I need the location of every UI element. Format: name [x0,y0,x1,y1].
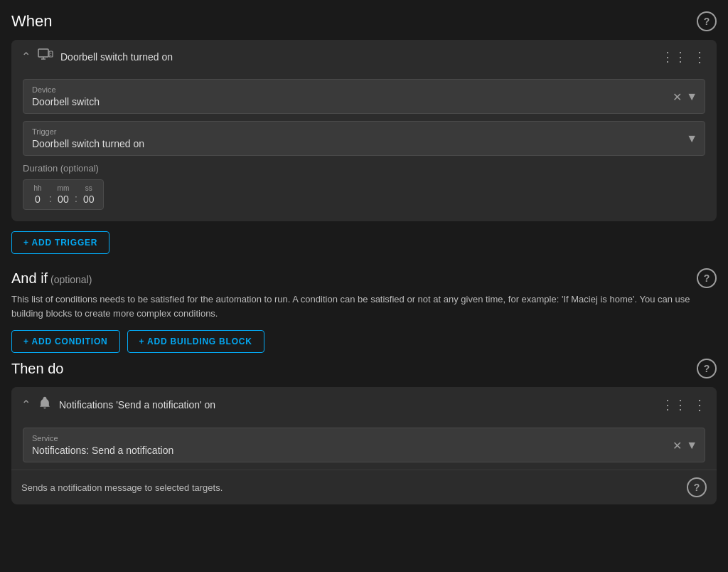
collapse-action-icon[interactable]: ⌃ [21,399,31,411]
device-dropdown-icon[interactable]: ▼ [686,90,697,103]
trigger-field: Trigger Doorbell switch turned on ▼ [23,121,705,156]
action-card: ⌃ Notifications 'Send a notification' on… [11,387,717,504]
svg-point-4 [50,53,52,54]
duration-section: Duration (optional) hh 0 : mm 00 : ss 00 [23,163,705,210]
ss-value[interactable]: 00 [82,194,96,205]
optional-text: (optional) [50,274,92,285]
then-do-section: Then do ? ⌃ Notifications 'Send a notifi… [11,359,717,504]
trigger-field-label: Trigger [32,127,696,136]
hh-label: hh [33,184,41,192]
service-clear-icon[interactable]: ✕ [673,438,682,452]
device-icon [38,48,53,65]
action-card-header: ⌃ Notifications 'Send a notification' on… [11,387,717,422]
mm-value[interactable]: 00 [56,194,70,205]
more-options-icon[interactable]: ⋮ [692,51,707,63]
add-condition-button[interactable]: + ADD CONDITION [11,330,120,353]
trigger-dropdown-icon[interactable]: ▼ [686,132,697,145]
trigger-field-value: Doorbell switch turned on [32,138,696,149]
svg-rect-3 [49,51,53,57]
collapse-trigger-icon[interactable]: ⌃ [21,51,31,63]
device-clear-icon[interactable]: ✕ [673,90,682,103]
service-description-row: Sends a notification message to selected… [11,470,717,504]
action-more-options-icon[interactable]: ⋮ [692,399,707,411]
separator-2: : [75,186,77,204]
hh-value[interactable]: 0 [31,194,45,205]
action-card-body: Service Notifications: Send a notificati… [11,422,717,462]
mm-label: mm [58,184,70,192]
trigger-card-title: Doorbell switch turned on [60,51,173,63]
then-do-title: Then do [11,361,63,377]
action-drag-handle-icon[interactable]: ⋮⋮ [661,397,687,413]
service-field: Service Notifications: Send a notificati… [23,428,705,462]
and-if-description: This list of conditions needs to be sati… [11,292,717,320]
device-field: Device Doorbell switch ✕ ▼ [23,79,705,114]
separator-1: : [49,186,52,204]
drag-handle-icon[interactable]: ⋮⋮ [661,49,687,65]
and-if-help-icon[interactable]: ? [697,268,717,288]
service-dropdown-icon[interactable]: ▼ [686,439,697,452]
when-help-icon[interactable]: ? [697,11,717,31]
trigger-card-header: ⌃ Doorbell switch turned on ⋮⋮ ⋮ [11,40,717,73]
duration-label: Duration (optional) [23,163,705,174]
action-card-title: Notifications 'Send a notification' on [59,399,215,411]
service-help-icon[interactable]: ? [687,477,707,497]
bell-icon [38,396,52,413]
duration-box: hh 0 : mm 00 : ss 00 [23,179,104,210]
svg-point-5 [50,55,52,56]
device-field-label: Device [32,85,696,94]
and-if-section: And if (optional) ? This list of conditi… [11,268,717,353]
then-do-help-icon[interactable]: ? [697,359,717,378]
svg-rect-0 [38,49,48,57]
trigger-card-body: Device Doorbell switch ✕ ▼ Trigger Doorb… [11,73,717,221]
add-building-block-button[interactable]: + ADD BUILDING BLOCK [127,330,264,353]
device-field-value: Doorbell switch [32,96,696,107]
add-trigger-button[interactable]: + ADD TRIGGER [11,231,109,254]
service-desc-text: Sends a notification message to selected… [21,482,223,493]
service-field-value: Notifications: Send a notification [32,445,696,456]
trigger-card: ⌃ Doorbell switch turned on ⋮⋮ ⋮ [11,40,717,221]
ss-label: ss [85,184,92,192]
service-field-label: Service [32,434,696,443]
condition-buttons-row: + ADD CONDITION + ADD BUILDING BLOCK [11,330,717,353]
and-if-title: And if [11,270,48,286]
when-title: When [11,12,52,31]
